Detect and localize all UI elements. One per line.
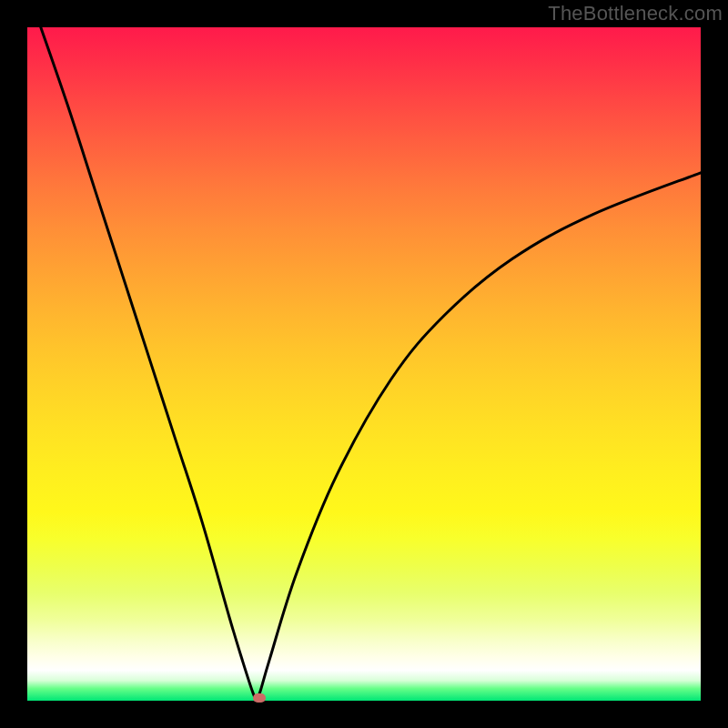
watermark-label: TheBottleneck.com bbox=[548, 2, 723, 25]
bottleneck-curve bbox=[27, 27, 701, 701]
chart-frame: TheBottleneck.com bbox=[0, 0, 728, 728]
optimal-point-marker bbox=[253, 693, 266, 703]
plot-area bbox=[27, 27, 701, 701]
